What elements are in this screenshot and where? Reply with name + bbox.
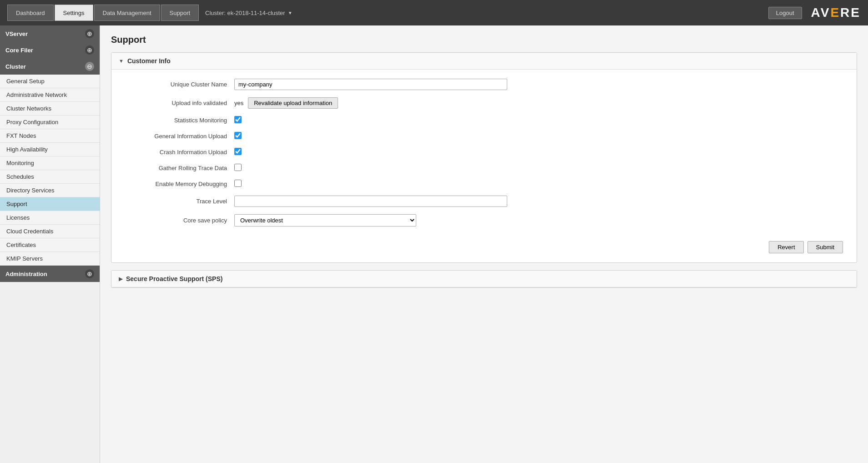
page-title: Support <box>111 35 857 45</box>
avere-logo: AVERE <box>811 5 861 20</box>
unique-cluster-name-label: Unique Cluster Name <box>125 81 234 88</box>
sidebar-section-vserver[interactable]: VServer ⊕ <box>0 25 100 42</box>
minus-icon: ⊖ <box>85 62 94 71</box>
customer-info-card: ▼ Customer Info Unique Cluster Name Uplo… <box>111 52 857 263</box>
sidebar-section-cluster[interactable]: Cluster ⊖ <box>0 58 100 75</box>
enable-memory-debug-checkbox[interactable] <box>234 180 242 187</box>
sidebar-item-general-setup[interactable]: General Setup <box>0 75 100 88</box>
upload-info-validated-control: yes Revalidate upload information <box>234 97 507 109</box>
enable-memory-debug-control[interactable] <box>234 180 507 188</box>
trace-level-input[interactable] <box>234 196 507 207</box>
unique-cluster-name-row: Unique Cluster Name <box>125 79 843 90</box>
upload-validated-inner: yes Revalidate upload information <box>234 97 507 109</box>
enable-memory-debug-row: Enable Memory Debugging <box>125 180 843 188</box>
cluster-selector[interactable]: Cluster: ek-2018-11-14-cluster ▼ <box>205 10 292 16</box>
crash-info-upload-row: Crash Information Upload <box>125 148 843 156</box>
sidebar-item-high-availability[interactable]: High Availability <box>0 143 100 156</box>
sidebar-item-certificates[interactable]: Certificates <box>0 238 100 252</box>
core-save-policy-row: Core save policy Overwrite oldest Keep n… <box>125 214 843 226</box>
general-info-upload-control[interactable] <box>234 132 507 141</box>
sps-header[interactable]: ▶ Secure Proactive Support (SPS) <box>111 271 857 287</box>
topbar: Dashboard Settings Data Management Suppo… <box>0 0 868 25</box>
gather-rolling-trace-checkbox[interactable] <box>234 164 242 171</box>
sidebar-item-directory-services[interactable]: Directory Services <box>0 184 100 197</box>
unique-cluster-name-input[interactable] <box>234 79 507 90</box>
revert-button[interactable]: Revert <box>769 241 803 253</box>
plus-icon: ⊕ <box>85 269 94 278</box>
statistics-monitoring-row: Statistics Monitoring <box>125 116 843 125</box>
sidebar-item-cloud-credentials[interactable]: Cloud Credentials <box>0 225 100 238</box>
unique-cluster-name-field[interactable] <box>234 79 507 90</box>
upload-info-validated-label: Upload info validated <box>125 100 234 106</box>
core-save-policy-label: Core save policy <box>125 217 234 224</box>
trace-level-label: Trace Level <box>125 198 234 205</box>
tab-support[interactable]: Support <box>161 5 199 21</box>
content-area: Support ▼ Customer Info Unique Cluster N… <box>100 25 868 463</box>
sidebar-item-support[interactable]: Support <box>0 197 100 211</box>
general-info-upload-label: General Information Upload <box>125 133 234 140</box>
crash-info-upload-control[interactable] <box>234 148 507 156</box>
statistics-monitoring-control[interactable] <box>234 116 507 125</box>
gather-rolling-trace-row: Gather Rolling Trace Data <box>125 164 843 172</box>
customer-info-title: Customer Info <box>127 57 171 65</box>
trace-level-row: Trace Level <box>125 196 843 207</box>
gather-rolling-trace-label: Gather Rolling Trace Data <box>125 165 234 171</box>
core-save-policy-control[interactable]: Overwrite oldest Keep newest Disable <box>234 214 507 226</box>
crash-info-upload-label: Crash Information Upload <box>125 149 234 156</box>
core-save-policy-select[interactable]: Overwrite oldest Keep newest Disable <box>234 214 416 226</box>
sidebar-item-schedules[interactable]: Schedules <box>0 170 100 184</box>
collapse-icon: ▼ <box>119 58 124 64</box>
customer-info-header[interactable]: ▼ Customer Info <box>111 53 857 70</box>
logout-button[interactable]: Logout <box>768 7 802 19</box>
sidebar-item-licenses[interactable]: Licenses <box>0 211 100 225</box>
general-info-upload-row: General Information Upload <box>125 132 843 141</box>
enable-memory-debug-label: Enable Memory Debugging <box>125 181 234 187</box>
crash-info-upload-checkbox[interactable] <box>234 148 242 155</box>
sidebar-item-cluster-networks[interactable]: Cluster Networks <box>0 102 100 116</box>
gather-rolling-trace-control[interactable] <box>234 164 507 172</box>
sidebar-item-monitoring[interactable]: Monitoring <box>0 156 100 170</box>
expand-icon: ▶ <box>119 276 122 282</box>
sidebar-item-proxy-configuration[interactable]: Proxy Configuration <box>0 116 100 129</box>
sps-title: Secure Proactive Support (SPS) <box>126 275 222 282</box>
main-layout: VServer ⊕ Core Filer ⊕ Cluster ⊖ General… <box>0 25 868 463</box>
trace-level-field[interactable] <box>234 196 507 207</box>
sidebar-item-kmip-servers[interactable]: KMIP Servers <box>0 252 100 266</box>
statistics-monitoring-label: Statistics Monitoring <box>125 117 234 124</box>
plus-icon: ⊕ <box>85 29 94 38</box>
upload-info-yes-text: yes <box>234 100 243 106</box>
submit-button[interactable]: Submit <box>807 241 843 253</box>
general-info-upload-checkbox[interactable] <box>234 132 242 139</box>
sidebar-item-fxt-nodes[interactable]: FXT Nodes <box>0 129 100 143</box>
tab-data-management[interactable]: Data Management <box>94 5 160 21</box>
statistics-monitoring-checkbox[interactable] <box>234 116 242 123</box>
plus-icon: ⊕ <box>85 45 94 55</box>
upload-info-validated-row: Upload info validated yes Revalidate upl… <box>125 97 843 109</box>
chevron-down-icon: ▼ <box>288 10 293 15</box>
tab-dashboard[interactable]: Dashboard <box>7 5 54 21</box>
form-actions: Revert Submit <box>125 236 843 253</box>
customer-info-body: Unique Cluster Name Upload info validate… <box>111 70 857 262</box>
sidebar-section-core-filer[interactable]: Core Filer ⊕ <box>0 42 100 58</box>
sidebar-section-administration[interactable]: Administration ⊕ <box>0 266 100 282</box>
sidebar: VServer ⊕ Core Filer ⊕ Cluster ⊖ General… <box>0 25 100 463</box>
revalidate-button[interactable]: Revalidate upload information <box>248 97 338 109</box>
sidebar-item-administrative-network[interactable]: Administrative Network <box>0 88 100 102</box>
tab-settings[interactable]: Settings <box>55 5 93 21</box>
sps-card: ▶ Secure Proactive Support (SPS) <box>111 270 857 288</box>
